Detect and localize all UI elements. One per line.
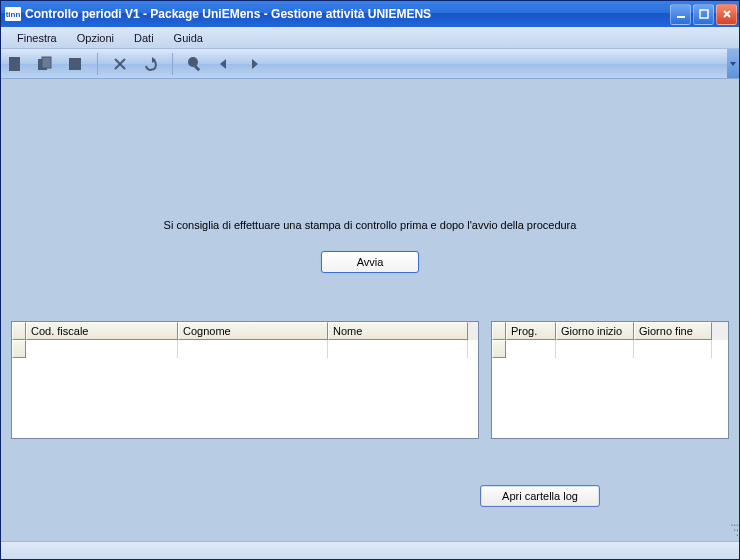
- maximize-icon: [699, 9, 709, 19]
- grid-people[interactable]: Cod. fiscale Cognome Nome: [11, 321, 479, 439]
- svg-rect-1: [700, 10, 708, 18]
- row-selector-header: [492, 322, 506, 340]
- instruction-text: Si consiglia di effettuare una stampa di…: [1, 79, 739, 251]
- titlebar: tinn Controllo periodi V1 - Package UniE…: [1, 1, 739, 27]
- new-icon[interactable]: [7, 56, 23, 72]
- undo-icon[interactable]: [142, 56, 158, 72]
- svg-rect-7: [69, 58, 81, 70]
- resize-grip[interactable]: . . . . . .: [730, 520, 737, 535]
- menu-opzioni[interactable]: Opzioni: [67, 29, 124, 47]
- back-icon[interactable]: [217, 56, 233, 72]
- start-button[interactable]: Avvia: [321, 251, 419, 273]
- svg-marker-13: [220, 59, 226, 69]
- svg-marker-15: [730, 62, 736, 66]
- menu-finestra[interactable]: Finestra: [7, 29, 67, 47]
- cut-icon[interactable]: [112, 56, 128, 72]
- col-giorno-fine[interactable]: Giorno fine: [634, 322, 712, 340]
- table-row[interactable]: [12, 340, 478, 358]
- menu-guida[interactable]: Guida: [164, 29, 213, 47]
- chevron-down-icon: [729, 60, 737, 68]
- app-icon: tinn: [5, 7, 21, 21]
- col-cognome[interactable]: Cognome: [178, 322, 328, 340]
- svg-rect-0: [677, 16, 685, 18]
- row-selector[interactable]: [12, 340, 26, 358]
- svg-rect-4: [9, 57, 20, 71]
- statusbar: [1, 541, 739, 559]
- toolbar-overflow[interactable]: [727, 49, 739, 78]
- row-selector[interactable]: [492, 340, 506, 358]
- col-prog[interactable]: Prog.: [506, 322, 556, 340]
- row-selector-header: [12, 322, 26, 340]
- maximize-button[interactable]: [693, 4, 714, 25]
- col-nome[interactable]: Nome: [328, 322, 468, 340]
- menubar: Finestra Opzioni Dati Guida: [1, 27, 739, 49]
- col-cod-fiscale[interactable]: Cod. fiscale: [26, 322, 178, 340]
- menu-dati[interactable]: Dati: [124, 29, 164, 47]
- svg-marker-14: [252, 59, 258, 69]
- toolbar: [1, 49, 739, 79]
- forward-icon[interactable]: [247, 56, 263, 72]
- stop-icon[interactable]: [67, 56, 83, 72]
- table-row[interactable]: [492, 340, 728, 358]
- zoom-icon[interactable]: [187, 56, 203, 72]
- col-giorno-inizio[interactable]: Giorno inizio: [556, 322, 634, 340]
- close-button[interactable]: [716, 4, 737, 25]
- copy-icon[interactable]: [37, 56, 53, 72]
- svg-rect-6: [42, 57, 51, 68]
- grid-periods[interactable]: Prog. Giorno inizio Giorno fine: [491, 321, 729, 439]
- open-log-button[interactable]: Apri cartella log: [480, 485, 600, 507]
- minimize-button[interactable]: [670, 4, 691, 25]
- window-title: Controllo periodi V1 - Package UniEMens …: [25, 7, 670, 21]
- close-icon: [722, 9, 732, 19]
- minimize-icon: [676, 9, 686, 19]
